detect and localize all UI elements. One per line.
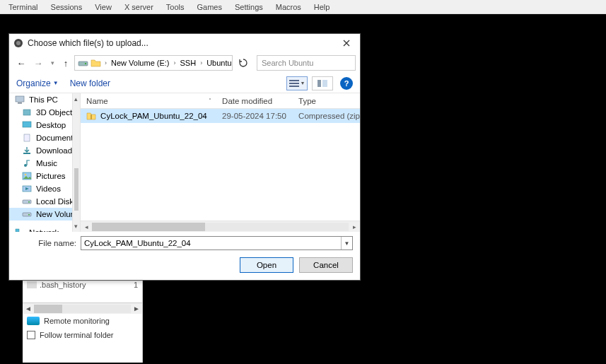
scroll-up-icon[interactable]: ▴ bbox=[73, 93, 81, 105]
folder-icon bbox=[22, 108, 32, 117]
navpane-pictures[interactable]: Pictures bbox=[9, 170, 72, 182]
navpane-label: This PC bbox=[29, 95, 58, 104]
file-hscroll[interactable]: ◂ ▸ bbox=[81, 221, 360, 232]
outer-frame: .bashrc 3 .bash_logout 1 .bash_history 1… bbox=[0, 14, 606, 364]
scroll-down-icon[interactable]: ▾ bbox=[73, 221, 81, 232]
address-bar[interactable]: › New Volume (E:) › SSH › Ubuntu ▾ bbox=[74, 55, 233, 71]
organize-label: Organize bbox=[16, 78, 51, 88]
cancel-button[interactable]: Cancel bbox=[299, 257, 353, 273]
file-icon bbox=[27, 281, 37, 288]
navpane-3d-objects[interactable]: 3D Objects bbox=[9, 106, 72, 119]
svg-rect-13 bbox=[24, 134, 30, 141]
filename-combo[interactable]: ▼ bbox=[81, 236, 353, 250]
navpane-vscroll[interactable]: ▴ ▾ bbox=[72, 93, 81, 232]
follow-folder-row[interactable]: Follow terminal folder bbox=[23, 328, 142, 342]
mid-area: This PC 3D Objects Desktop Documents Dow… bbox=[9, 93, 360, 232]
file-name: CyLock_PAM_Ubuntu_22_04 bbox=[100, 112, 207, 120]
menu-tools[interactable]: Tools bbox=[161, 1, 190, 13]
svg-point-1 bbox=[16, 41, 21, 45]
navpane-desktop[interactable]: Desktop bbox=[9, 119, 72, 131]
toolbar: Organize ▼ New folder ▼ ? bbox=[9, 74, 360, 93]
svg-rect-11 bbox=[23, 110, 30, 115]
preview-pane-button[interactable] bbox=[312, 76, 333, 90]
scroll-thumb[interactable] bbox=[92, 223, 205, 231]
app-menubar: Terminal Sessions View X server Tools Ga… bbox=[0, 0, 606, 14]
menu-games[interactable]: Games bbox=[192, 1, 228, 13]
monitor-icon bbox=[27, 317, 40, 325]
svg-point-17 bbox=[25, 174, 27, 176]
navpane-network[interactable]: Network bbox=[9, 226, 72, 232]
menu-terminal[interactable]: Terminal bbox=[3, 1, 44, 13]
navpane-label: Downloads bbox=[36, 146, 72, 155]
remote-monitoring-row[interactable]: Remote monitoring bbox=[23, 314, 142, 328]
file-row[interactable]: CyLock_PAM_Ubuntu_22_04 29-05-2024 17:50… bbox=[81, 109, 360, 123]
column-header: Name˄ Date modified Type bbox=[81, 93, 360, 109]
scroll-right-icon[interactable]: ▸ bbox=[349, 223, 360, 230]
svg-rect-5 bbox=[289, 83, 299, 84]
navpane-videos[interactable]: Videos bbox=[9, 182, 72, 195]
col-name[interactable]: Name˄ bbox=[81, 93, 216, 108]
menu-xserver[interactable]: X server bbox=[119, 1, 159, 13]
nav-pane: This PC 3D Objects Desktop Documents Dow… bbox=[9, 93, 72, 232]
dialog-titlebar: Choose which file(s) to upload... bbox=[9, 34, 360, 52]
menu-help[interactable]: Help bbox=[308, 1, 336, 13]
scroll-track[interactable] bbox=[34, 305, 131, 313]
forward-button: → bbox=[30, 55, 46, 71]
scroll-left-icon[interactable]: ◄ bbox=[23, 305, 34, 312]
file-date: 29-05-2024 17:50 bbox=[216, 112, 293, 120]
svg-rect-14 bbox=[23, 153, 30, 154]
filename-input[interactable] bbox=[81, 237, 352, 249]
svg-rect-21 bbox=[23, 213, 31, 216]
close-button[interactable] bbox=[337, 35, 356, 51]
scroll-track[interactable] bbox=[73, 105, 81, 221]
file-pane: Name˄ Date modified Type CyLock_PAM_Ubun… bbox=[81, 93, 360, 232]
open-button[interactable]: Open bbox=[240, 257, 293, 273]
remote-monitoring-label: Remote monitoring bbox=[44, 317, 110, 325]
svg-rect-6 bbox=[289, 86, 299, 87]
filename-dropdown[interactable]: ▼ bbox=[341, 237, 352, 249]
col-date[interactable]: Date modified bbox=[216, 93, 293, 108]
scroll-left-icon[interactable]: ◂ bbox=[81, 223, 92, 230]
navpane-this-pc[interactable]: This PC bbox=[9, 93, 72, 106]
scroll-thumb[interactable] bbox=[74, 168, 79, 211]
navpane-label: 3D Objects bbox=[36, 108, 72, 117]
navpane-documents[interactable]: Documents bbox=[9, 131, 72, 144]
organize-menu[interactable]: Organize ▼ bbox=[16, 78, 59, 88]
zip-folder-icon bbox=[86, 111, 96, 121]
menu-macros[interactable]: Macros bbox=[270, 1, 307, 13]
navpane-label: Pictures bbox=[36, 172, 66, 180]
menu-settings[interactable]: Settings bbox=[229, 1, 269, 13]
scroll-track[interactable] bbox=[92, 223, 349, 231]
back-button[interactable]: ← bbox=[13, 55, 29, 71]
breadcrumb-seg[interactable]: New Volume (E:) bbox=[108, 59, 173, 67]
sftp-hscroll[interactable]: ◄ ► bbox=[23, 303, 142, 314]
drive-icon bbox=[22, 197, 32, 206]
view-mode-button[interactable]: ▼ bbox=[286, 76, 308, 90]
help-button[interactable]: ? bbox=[340, 77, 353, 90]
file-type: Compressed (zip bbox=[293, 112, 360, 120]
navpane-music[interactable]: Music bbox=[9, 157, 72, 170]
menu-sessions[interactable]: Sessions bbox=[45, 1, 88, 13]
new-folder-button[interactable]: New folder bbox=[70, 78, 110, 88]
documents-icon bbox=[22, 134, 32, 142]
refresh-button[interactable] bbox=[235, 55, 251, 71]
search-input[interactable]: Search Ubuntu bbox=[257, 55, 356, 71]
svg-rect-4 bbox=[289, 80, 299, 81]
sftp-row[interactable]: .bash_history 1 bbox=[27, 280, 138, 290]
navpane-label: Desktop bbox=[36, 121, 66, 129]
col-type[interactable]: Type bbox=[293, 93, 342, 108]
navpane-new-volume[interactable]: New Volume (E:) bbox=[9, 208, 72, 221]
navpane-local-disk[interactable]: Local Disk (C:) bbox=[9, 195, 72, 208]
follow-folder-checkbox[interactable] bbox=[27, 331, 35, 339]
navpane-label: Local Disk (C:) bbox=[36, 197, 72, 206]
breadcrumb-seg[interactable]: Ubuntu bbox=[204, 59, 233, 67]
up-button[interactable]: ↑ bbox=[59, 55, 73, 71]
history-dropdown[interactable]: ▾ bbox=[47, 59, 57, 66]
drive-icon bbox=[22, 210, 32, 218]
scroll-right-icon[interactable]: ► bbox=[131, 305, 142, 312]
breadcrumb-seg[interactable]: SSH bbox=[177, 59, 199, 67]
chevron-down-icon: ▼ bbox=[53, 80, 59, 86]
navpane-downloads[interactable]: Downloads bbox=[9, 144, 72, 157]
menu-view[interactable]: View bbox=[89, 1, 117, 13]
scroll-thumb[interactable] bbox=[34, 305, 62, 313]
